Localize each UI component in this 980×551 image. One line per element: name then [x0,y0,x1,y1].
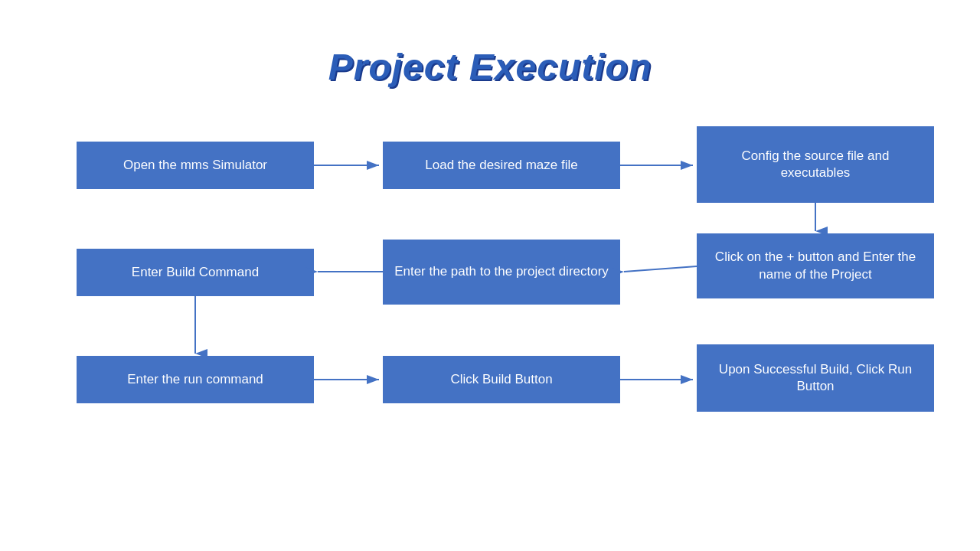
step-config-source: Config the source file and executables [697,126,934,203]
step-click-plus-button: Click on the + button and Enter the name… [697,233,934,298]
step-enter-run-command: Enter the run command [77,356,314,403]
diagram: Open the mms Simulator Load the desired … [31,119,949,501]
step-click-build-button: Click Build Button [383,356,620,403]
step-load-maze: Load the desired maze file [383,142,620,189]
step-enter-build-command: Enter Build Command [77,249,314,296]
page-title: Project Execution [328,46,652,88]
step-click-run-button: Upon Successful Build, Click Run Button [697,344,934,412]
step-open-simulator: Open the mms Simulator [77,142,314,189]
step-enter-project-path: Enter the path to the project directory [383,240,620,305]
arrow-6-to-5 [624,266,697,272]
